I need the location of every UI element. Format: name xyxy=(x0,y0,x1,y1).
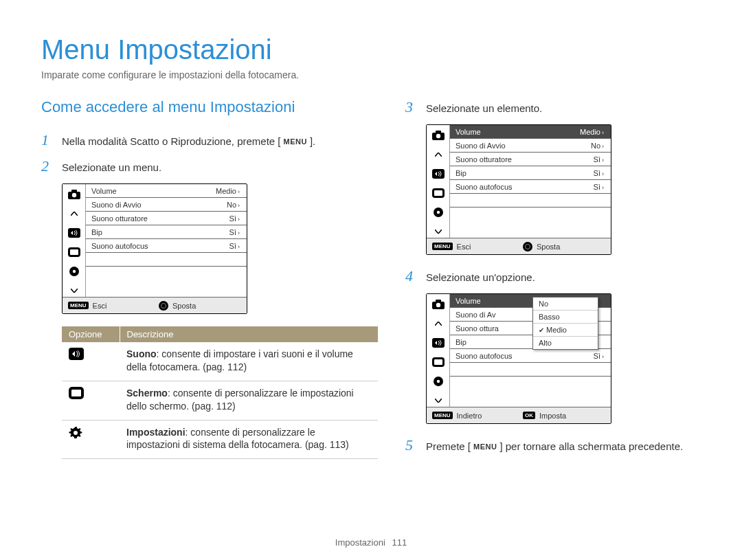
row-value: Sì› xyxy=(594,169,605,177)
camera-icon xyxy=(431,298,446,311)
step5-post: ] per tornare alla schermata precedente. xyxy=(499,440,683,452)
list-item-empty xyxy=(86,267,247,280)
svg-point-31 xyxy=(436,380,439,383)
menu-key-icon: MENU xyxy=(68,302,89,309)
svg-rect-6 xyxy=(70,249,78,255)
chevron-up-icon xyxy=(431,148,446,161)
list-item: Suono autofocusSì› xyxy=(450,349,611,363)
svg-rect-9 xyxy=(69,348,84,360)
svg-rect-1 xyxy=(71,190,77,192)
menu-key-icon: MENU xyxy=(432,243,453,250)
list-item-empty xyxy=(450,363,611,377)
row-label: Volume xyxy=(91,187,216,195)
list-item: Suono otturatoreSì› xyxy=(450,153,611,166)
table-row: Schermo: consente di personalizzare le i… xyxy=(62,381,378,420)
row-value: Sì› xyxy=(229,214,241,223)
svg-rect-12 xyxy=(71,390,81,396)
list-item: BipSì› xyxy=(450,166,611,180)
screen-side-icons xyxy=(427,294,450,407)
svg-rect-3 xyxy=(68,228,80,238)
right-column: 3 Selezionate un elemento. VolumeMedio› … xyxy=(405,98,701,462)
step-3: 3 Selezionate un elemento. xyxy=(405,98,701,116)
camera-screen-1: VolumeMedio› Suono di AvvioNo› Suono ott… xyxy=(62,183,247,314)
opt-desc: Suono: consente di impostare i vari suon… xyxy=(120,342,378,381)
svg-point-22 xyxy=(436,211,439,214)
step-number: 3 xyxy=(405,98,426,116)
footer-label: Impostazioni xyxy=(335,537,385,548)
list-item: Suono otturatoreSì› xyxy=(86,212,247,225)
svg-rect-15 xyxy=(436,131,441,133)
opt-desc: Schermo: consente di personalizzare le i… xyxy=(120,381,378,420)
row-label: Bip xyxy=(456,169,594,177)
gear-icon xyxy=(67,265,82,278)
camera-screen-3: Volume Suono di Av Suono ottura Bip Suon… xyxy=(426,293,611,424)
dropdown-item-selected: ✔Medio xyxy=(533,324,598,337)
row-label: Suono autofocus xyxy=(456,183,594,191)
row-label: Suono autofocus xyxy=(456,352,594,360)
check-icon: ✔ xyxy=(539,326,544,334)
list-item: Suono autofocusSì› xyxy=(86,239,247,253)
list-item-empty xyxy=(450,377,611,390)
chevron-up-icon xyxy=(67,208,82,220)
row-value: Medio› xyxy=(580,128,605,136)
screen-side-icons xyxy=(427,125,450,238)
row-label: Suono otturatore xyxy=(456,155,594,164)
table-row: Impostazioni: consente di personalizzare… xyxy=(62,420,378,459)
sound-icon xyxy=(67,227,82,239)
footer-indietro: Indietro xyxy=(457,412,482,420)
opt-text: : consente di impostare i vari suoni e i… xyxy=(126,348,353,372)
row-value: Medio› xyxy=(216,187,241,195)
row-value: Sì› xyxy=(229,228,241,236)
list-item-empty xyxy=(86,253,247,267)
step-text: Premete [MENU] per tornare alla schermat… xyxy=(426,439,683,453)
step-5: 5 Premete [MENU] per tornare alla scherm… xyxy=(405,436,701,454)
step-text: Selezionate un menu. xyxy=(62,160,161,175)
svg-point-2 xyxy=(71,193,76,197)
step5-pre: Premete [ xyxy=(426,440,471,452)
dropdown-item: Alto xyxy=(533,337,598,349)
step-text: Nella modalità Scatto o Riproduzione, pr… xyxy=(62,134,315,148)
list-item-empty xyxy=(450,194,611,208)
footer-sposta: Sposta xyxy=(172,302,196,310)
screen-list: VolumeMedio› Suono di AvvioNo› Suono ott… xyxy=(86,184,247,297)
row-label: Volume xyxy=(456,128,580,136)
svg-rect-17 xyxy=(432,169,445,179)
opt-icon-cell xyxy=(62,381,120,420)
gear-icon xyxy=(431,375,446,388)
sound-icon xyxy=(69,348,113,360)
row-label: Suono di Avvio xyxy=(456,142,591,150)
row-label: Suono otturatore xyxy=(91,214,229,223)
row-value: Sì› xyxy=(594,155,605,164)
chevron-down-icon xyxy=(67,284,82,297)
step-number: 2 xyxy=(41,157,62,175)
camera-screen-2: VolumeMedio› Suono di AvvioNo› Suono ott… xyxy=(426,124,611,255)
step-text: Selezionate un elemento. xyxy=(426,101,542,115)
nav-key-icon xyxy=(159,301,168,311)
gear-icon xyxy=(431,206,446,219)
th-opzione: Opzione xyxy=(62,326,120,342)
step-4: 4 Selezionate un'opzione. xyxy=(405,267,701,285)
step-1: 1 Nella modalità Scatto o Riproduzione, … xyxy=(41,131,378,149)
row-label: Bip xyxy=(91,228,229,236)
row-value: Sì› xyxy=(594,183,605,191)
dropdown-menu: No Basso ✔Medio Alto xyxy=(532,297,598,350)
menu-key-inline: MENU xyxy=(281,136,310,148)
svg-rect-20 xyxy=(434,190,442,196)
svg-point-25 xyxy=(436,303,440,307)
gear-icon xyxy=(69,426,113,440)
screen-footer: MENUIndietro OKImposta xyxy=(427,407,611,423)
section-title: Come accedere al menu Impostazioni xyxy=(41,98,378,116)
list-item: Suono di AvvioNo› xyxy=(86,198,247,212)
options-table: Opzione Descrizione Suono: consente di i… xyxy=(62,326,378,459)
step-number: 5 xyxy=(405,436,426,454)
row-value: Sì› xyxy=(594,352,605,360)
page-subtitle: Imparate come configurare le impostazion… xyxy=(41,69,701,80)
camera-icon xyxy=(67,188,82,201)
footer-sposta: Sposta xyxy=(537,243,560,251)
step-number: 1 xyxy=(41,131,62,149)
step1-post: ]. xyxy=(310,135,315,147)
footer-esci: Esci xyxy=(457,243,471,251)
screen-icon xyxy=(431,187,446,199)
screen-icon xyxy=(69,387,113,399)
svg-rect-24 xyxy=(436,300,441,302)
